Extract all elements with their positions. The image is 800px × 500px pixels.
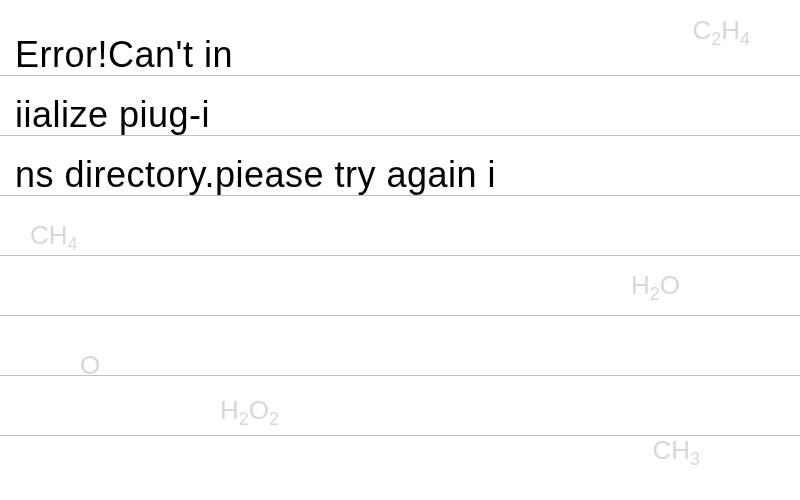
text-line-2: iialize piug-i xyxy=(15,94,210,135)
watermark-formula: H2O2 xyxy=(220,395,279,430)
text-line-1: Error!Can't in xyxy=(15,34,233,75)
handwritten-text: Error!Can't in iialize piug-i ns directo… xyxy=(15,25,785,205)
watermark-formula: O xyxy=(80,350,100,381)
watermark-formula: CH3 xyxy=(652,435,700,470)
watermark-formula: CH4 xyxy=(30,220,78,255)
text-line-3: ns directory.piease try again i xyxy=(15,154,496,195)
watermark-formula: H2O xyxy=(631,270,680,305)
